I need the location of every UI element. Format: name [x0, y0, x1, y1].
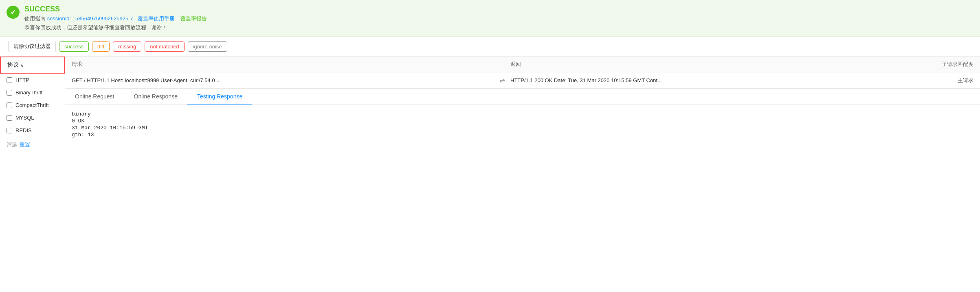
table-header: 请求 返回 子请求匹配度	[65, 57, 980, 72]
sidebar-item-mysql[interactable]: MYSQL	[0, 111, 65, 124]
cell-request: GET / HTTP/1.1 Host: localhost:9999 User…	[72, 77, 494, 83]
filter-missing-button[interactable]: missing	[113, 41, 141, 52]
detail-line-4: 31 Mar 2020 10:15:59 GMT	[72, 125, 973, 131]
success-content: SUCCESS 使用指南 sessionId: 1585649759952625…	[24, 5, 207, 31]
filter-success-button[interactable]: success	[59, 41, 89, 52]
column-response: 返回	[510, 61, 933, 68]
coverage-manual-link[interactable]: 覆盖率使用手册	[138, 15, 175, 22]
cell-response: HTTP/1.1 200 OK Date: Tue, 31 Mar 2020 1…	[510, 77, 933, 83]
sidebar-item-label-mysql: MYSQL	[15, 115, 34, 121]
cell-match: 主请求	[933, 77, 973, 84]
tab-online-request[interactable]: Online Request	[65, 89, 124, 105]
success-description: 恭喜你回放成功，但还是希望能够仔细查看回放流程，谢谢！	[24, 24, 207, 31]
clear-filter-button[interactable]: 清除协议过滤器	[8, 41, 56, 52]
filter-label: 筛选	[7, 141, 17, 148]
sidebar-item-redis[interactable]: REDIS	[0, 124, 65, 137]
sidebar-item-label-binarythrift: BinaryThrift	[15, 89, 42, 96]
detail-content: binary 0 OK 31 Mar 2020 10:15:59 GMT gth…	[65, 105, 980, 153]
coverage-report-link[interactable]: 覆盖率报告	[180, 15, 207, 22]
compactthrift-checkbox[interactable]	[7, 102, 12, 108]
table-area: 请求 返回 子请求匹配度 GET / HTTP/1.1 Host: localh…	[65, 57, 980, 292]
success-icon	[7, 6, 20, 19]
success-title: SUCCESS	[24, 5, 207, 13]
detail-line-5: gth: 13	[72, 132, 973, 138]
links-prefix: 使用指南	[24, 15, 46, 22]
tab-testing-response[interactable]: Testing Response	[187, 89, 252, 105]
sidebar-item-compactthrift[interactable]: CompactThrift	[0, 99, 65, 111]
http-checkbox[interactable]	[7, 77, 12, 83]
success-banner: SUCCESS 使用指南 sessionId: 1585649759952625…	[0, 0, 980, 37]
filter-not-matched-button[interactable]: not matched	[145, 41, 185, 52]
session-link[interactable]: sessionId: 1585649759952625925-7	[47, 15, 133, 22]
binarythrift-checkbox[interactable]	[7, 90, 12, 96]
column-match: 子请求匹配度	[933, 61, 973, 68]
column-request: 请求	[72, 61, 494, 68]
sidebar: 协议 ∧ HTTP BinaryThrift CompactThrift MYS…	[0, 57, 65, 292]
success-links: 使用指南 sessionId: 1585649759952625925-7 覆盖…	[24, 15, 207, 22]
chevron-up-icon: ∧	[20, 63, 23, 68]
filter-ignore-noise-button[interactable]: ignore noise	[188, 41, 227, 52]
sidebar-protocol-header[interactable]: 协议 ∧	[0, 57, 65, 74]
detail-panel: Online Request Online Response Testing R…	[65, 89, 980, 153]
cell-arrow: ⇌	[494, 76, 510, 84]
detail-line-1: binary	[72, 111, 973, 117]
reset-link[interactable]: 重置	[20, 141, 30, 148]
detail-line-3: 0 OK	[72, 118, 973, 124]
filter-bar: 清除协议过滤器 success diff missing not matched…	[0, 37, 980, 57]
sidebar-item-label-compactthrift: CompactThrift	[15, 102, 49, 108]
tab-online-response[interactable]: Online Response	[124, 89, 187, 105]
redis-checkbox[interactable]	[7, 128, 12, 133]
sidebar-item-binarythrift[interactable]: BinaryThrift	[0, 86, 65, 99]
sidebar-item-label-redis: REDIS	[15, 127, 32, 133]
sidebar-header-label: 协议	[7, 61, 19, 69]
mysql-checkbox[interactable]	[7, 115, 12, 121]
table-row[interactable]: GET / HTTP/1.1 Host: localhost:9999 User…	[65, 72, 980, 89]
main-layout: 协议 ∧ HTTP BinaryThrift CompactThrift MYS…	[0, 57, 980, 292]
sidebar-footer: 筛选 重置	[0, 137, 65, 153]
sidebar-item-label-http: HTTP	[15, 77, 29, 83]
filter-diff-button[interactable]: diff	[92, 41, 110, 52]
sidebar-item-http[interactable]: HTTP	[0, 74, 65, 86]
tab-bar: Online Request Online Response Testing R…	[65, 89, 980, 105]
